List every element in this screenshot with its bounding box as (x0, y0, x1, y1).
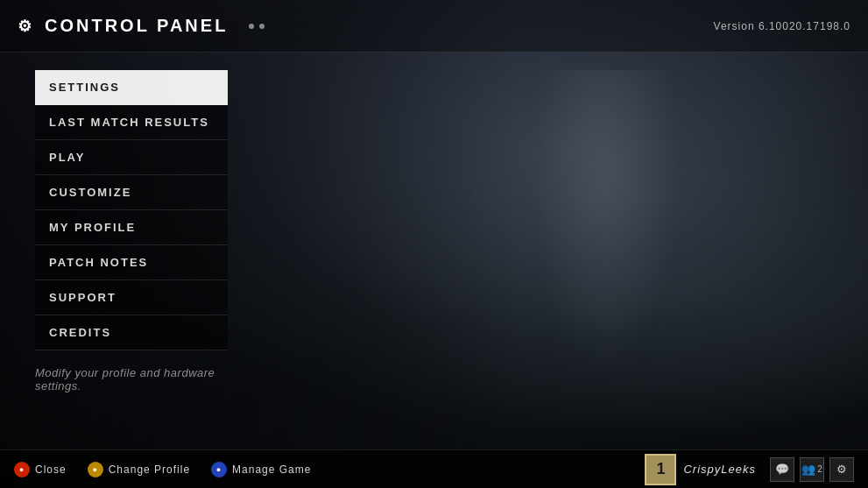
user-info: 1 CrispyLeeks 💬 👥2 ⚙ (645, 454, 854, 485)
version-label: Version 6.10020.17198.0 (714, 20, 850, 32)
manage-game-action[interactable]: ● Manage Game (211, 462, 311, 477)
user-action-icons: 💬 👥2 ⚙ (770, 457, 854, 482)
bottom-bar: ● Close ● Change Profile ● Manage Game 1… (0, 449, 868, 488)
menu-item-customize[interactable]: CUSTOMIZE (35, 175, 228, 210)
change-profile-action[interactable]: ● Change Profile (88, 462, 190, 477)
menu-panel: SETTINGS LAST MATCH RESULTS PLAY CUSTOMI… (35, 70, 228, 393)
manage-game-label: Manage Game (232, 463, 311, 476)
panel-title: CONTROL PANEL (45, 16, 228, 36)
dot-2 (259, 24, 265, 29)
panel-title-container: ⚙ CONTROL PANEL (18, 16, 265, 36)
menu-item-play[interactable]: PLAY (35, 140, 228, 175)
friends-icon-button[interactable]: 👥2 (800, 457, 824, 482)
gear-icon: ⚙ (18, 17, 34, 36)
manage-game-button-icon: ● (211, 462, 227, 477)
close-label: Close (35, 463, 67, 476)
level-badge: 1 (645, 454, 676, 485)
menu-item-support[interactable]: SUPPORT (35, 280, 228, 315)
settings-icon-button[interactable]: ⚙ (829, 457, 854, 482)
menu-item-patch-notes[interactable]: PATCH NOTES (35, 245, 228, 280)
chat-icon-button[interactable]: 💬 (770, 457, 794, 482)
background-character (518, 70, 693, 403)
menu-item-last-match-results[interactable]: LAST MATCH RESULTS (35, 105, 228, 140)
username: CrispyLeeks (683, 463, 756, 476)
change-profile-button-icon: ● (88, 462, 103, 477)
menu-item-settings[interactable]: SETTINGS (35, 70, 228, 105)
menu-item-credits[interactable]: CREDITS (35, 315, 228, 350)
title-dots (249, 24, 265, 29)
bottom-actions: ● Close ● Change Profile ● Manage Game (14, 462, 645, 477)
menu-description: Modify your profile and hardware setting… (35, 366, 228, 393)
top-bar: ⚙ CONTROL PANEL Version 6.10020.17198.0 (0, 0, 868, 53)
close-button-icon: ● (14, 462, 30, 477)
menu-item-my-profile[interactable]: MY PROFILE (35, 210, 228, 245)
change-profile-label: Change Profile (109, 463, 190, 476)
friends-count: 2 (817, 464, 822, 474)
dot-1 (249, 24, 254, 29)
close-action[interactable]: ● Close (14, 462, 67, 477)
